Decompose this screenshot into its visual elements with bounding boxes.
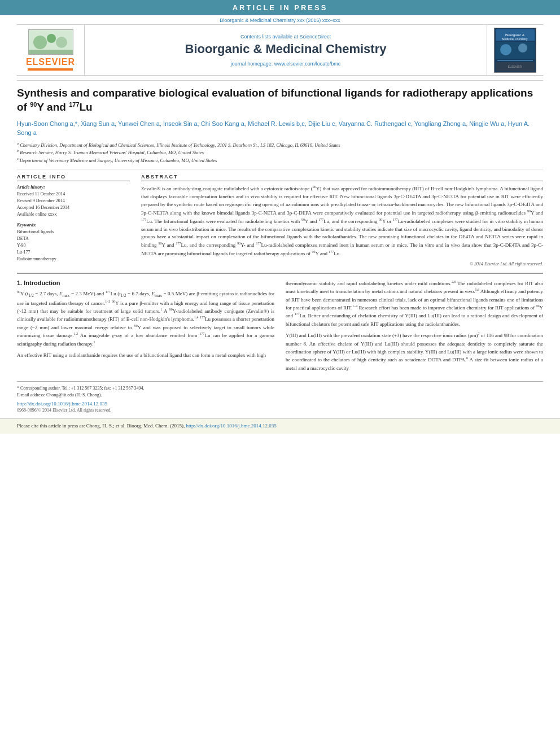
svg-text:Medicinal Chemistry: Medicinal Chemistry <box>502 37 528 41</box>
body-divider <box>17 273 543 274</box>
article-in-press-banner: ARTICLE IN PRESS <box>0 0 560 15</box>
body-col-left: 1. Introduction 90Y (t1/2 = 2.7 days, Em… <box>17 279 274 375</box>
elsevier-orange-bar <box>28 68 73 71</box>
intro-para1: 90Y (t1/2 = 2.7 days, Emax = 2.3 MeV) an… <box>17 290 274 348</box>
doi-link[interactable]: http://dx.doi.org/10.1016/j.bmc.2014.12.… <box>17 401 543 407</box>
citation-doi-link[interactable]: http://dx.doi.org/10.1016/j.bmc.2014.12.… <box>186 423 277 429</box>
keyword-lu177: Lu-177 <box>17 249 130 256</box>
keywords-block: Keywords: Bifunctional ligands DETA Y-90… <box>17 222 130 263</box>
high-text: high <box>257 352 266 358</box>
svg-point-2 <box>47 34 56 43</box>
keyword-deta: DETA <box>17 235 130 242</box>
available-online: Available online xxxx <box>17 211 130 218</box>
body-col-right: thermodynamic stability and rapid radiol… <box>286 279 543 375</box>
abstract-label: ABSTRACT <box>141 174 543 181</box>
issn-copyright: 0968-0896/© 2014 Elsevier Ltd. All right… <box>17 408 543 413</box>
svg-text:ELSEVIER: ELSEVIER <box>508 65 522 68</box>
intro-heading: 1. Introduction <box>17 279 274 286</box>
keyword-rit: Radioimmunotherapy <box>17 256 130 263</box>
article-info-col: ARTICLE INFO Article history: Received 1… <box>17 174 130 267</box>
footer: * Corresponding author. Tel.: +1 312 567… <box>17 381 543 413</box>
info-abstract-section: ARTICLE INFO Article history: Received 1… <box>17 174 543 267</box>
body-right-para1: thermodynamic stability and rapid radiol… <box>286 279 543 328</box>
journal-header: ELSEVIER Contents lists available at Sci… <box>17 24 543 76</box>
article-title: Synthesis and comparative biological eva… <box>17 86 543 115</box>
history-label: Article history: <box>17 185 130 190</box>
sciencedirect-link[interactable]: Contents lists available at ScienceDirec… <box>240 34 331 40</box>
svg-rect-4 <box>29 50 73 54</box>
intro-para2: An effective RIT using a radiolanthanide… <box>17 351 274 359</box>
journal-title-area: Contents lists available at ScienceDirec… <box>85 25 487 75</box>
elsevier-wordmark: ELSEVIER <box>26 57 75 67</box>
elsevier-logo-area: ELSEVIER <box>17 25 85 75</box>
elsevier-wordmark-area: ELSEVIER <box>26 57 75 71</box>
journal-cover-image: Bioorganic & Medicinal Chemistry ELSEVIE… <box>494 28 536 73</box>
abstract-copyright: © 2014 Elsevier Ltd. All rights reserved… <box>141 261 543 267</box>
body-right-para2: Y(III) and Lu(III) with the prevalent ox… <box>286 331 543 372</box>
citation-bar: Please cite this article in press as: Ch… <box>0 418 560 434</box>
accepted-date: Accepted 16 December 2014 <box>17 204 130 211</box>
svg-point-10 <box>500 44 511 55</box>
keyword-bifunctional: Bifunctional ligands <box>17 229 130 235</box>
authors-list: Hyun-Soon Chong a,*, Xiang Sun a, Yunwei… <box>17 119 543 138</box>
received-date: Received 11 October 2014 <box>17 191 130 198</box>
svg-point-1 <box>33 36 47 49</box>
article-history: Article history: Received 11 October 201… <box>17 185 130 218</box>
revised-date: Revised 9 December 2014 <box>17 198 130 204</box>
body-section: 1. Introduction 90Y (t1/2 = 2.7 days, Em… <box>17 279 543 375</box>
affiliations: a Chemistry Division, Department of Biol… <box>17 141 543 164</box>
journal-decorative-image <box>28 29 73 55</box>
journal-cover-area: Bioorganic & Medicinal Chemistry ELSEVIE… <box>487 25 543 75</box>
journal-homepage: journal homepage: www.elsevier.com/locat… <box>231 61 341 67</box>
keywords-label: Keywords: <box>17 222 130 228</box>
svg-point-11 <box>518 43 527 53</box>
svg-text:Bioorganic &: Bioorganic & <box>505 33 524 37</box>
keyword-y90: Y-90 <box>17 242 130 249</box>
svg-point-3 <box>56 37 67 48</box>
citation-text: Please cite this article in press as: Ch… <box>17 423 185 429</box>
corresponding-note: * Corresponding author. Tel.: +1 312 567… <box>17 385 543 392</box>
abstract-col: ABSTRACT Zevalin® is an antibody-drug co… <box>141 174 543 267</box>
journal-ref-line: Bioorganic & Medicinal Chemistry xxx (20… <box>0 15 560 24</box>
article-info-label: ARTICLE INFO <box>17 174 130 181</box>
main-content: Synthesis and comparative biological eva… <box>17 80 543 375</box>
journal-title: Bioorganic & Medicinal Chemistry <box>185 42 387 56</box>
header-divider <box>17 80 543 81</box>
email-note: E-mail address: Chong@iit.edu (H.-S. Cho… <box>17 392 543 399</box>
abstract-text: Zevalin® is an antibody-drug conjugate r… <box>141 185 543 258</box>
svg-rect-12 <box>497 60 533 61</box>
info-divider <box>17 169 543 169</box>
